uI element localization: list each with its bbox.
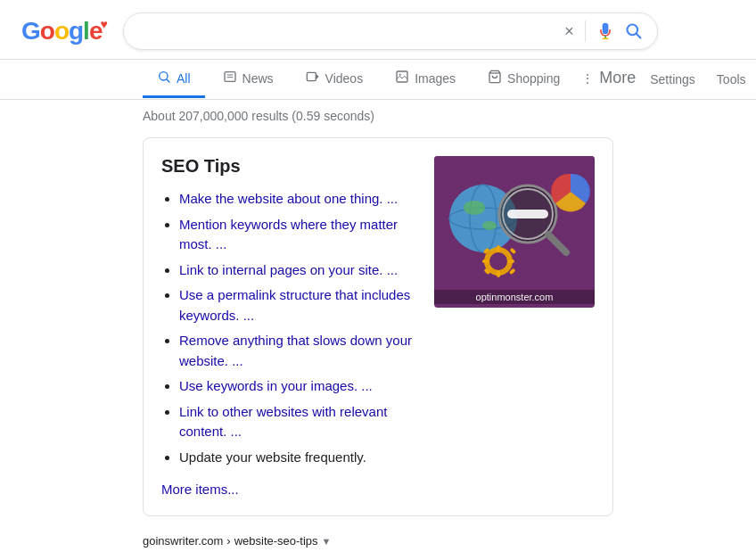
svg-line-3	[637, 34, 641, 38]
svg-rect-28	[482, 260, 489, 263]
dropdown-arrow-icon[interactable]: ▼	[322, 536, 332, 547]
snippet-content: SEO Tips Make the website about one thin…	[161, 156, 420, 498]
result-url: goinswriter.com › website-seo-tips ▼	[143, 534, 613, 548]
snippet-link-7[interactable]: Link to other websites with relevant con…	[179, 404, 387, 440]
tab-shopping-label: Shopping	[507, 71, 560, 86]
tab-more-label: More	[599, 69, 636, 87]
images-icon	[395, 70, 409, 87]
tab-images-label: Images	[415, 71, 456, 86]
list-item: Remove anything that slows down your web…	[179, 331, 420, 371]
list-item: Update your website frequently.	[179, 448, 420, 468]
tab-videos-label: Videos	[325, 71, 364, 86]
header: Google♥ seo tips ×	[0, 0, 756, 60]
snippet-link-6[interactable]: Use keywords in your images. ...	[179, 378, 373, 393]
list-item: Make the website about one thing. ...	[179, 189, 420, 210]
tab-videos[interactable]: Videos	[292, 61, 378, 98]
snippet-link-3[interactable]: Link to internal pages on your site. ...	[179, 262, 398, 277]
tab-news-label: News	[242, 71, 274, 86]
clear-button[interactable]: ×	[564, 23, 574, 39]
svg-marker-10	[316, 74, 318, 80]
search-bar: seo tips ×	[123, 12, 658, 50]
svg-rect-9	[307, 72, 316, 80]
snippet-link-5[interactable]: Remove anything that slows down your web…	[179, 333, 412, 368]
result-item: goinswriter.com › website-seo-tips ▼ 12 …	[143, 534, 613, 552]
mic-button[interactable]	[596, 22, 614, 40]
image-source-label: optinmonster.com	[434, 290, 595, 304]
svg-rect-6	[225, 72, 235, 82]
more-items-link[interactable]: More items...	[161, 482, 239, 497]
svg-rect-11	[397, 71, 407, 82]
snippet-title: SEO Tips	[161, 156, 420, 177]
svg-point-12	[399, 74, 401, 76]
result-url-base: goinswriter.com	[143, 534, 223, 548]
snippet-link-1[interactable]: Make the website about one thing. ...	[179, 191, 398, 206]
search-input[interactable]: seo tips	[138, 23, 564, 39]
svg-point-25	[489, 252, 507, 270]
list-item: Link to other websites with relevant con…	[179, 402, 420, 442]
all-icon	[157, 70, 171, 87]
snippet-link-2[interactable]: Mention keywords where they matter most.…	[179, 217, 398, 252]
snippet-illustration	[434, 156, 595, 290]
list-item: Link to internal pages on your site. ...	[179, 260, 420, 281]
results-count: About 207,000,000 results (0.59 seconds)	[143, 109, 613, 123]
mic-icon	[596, 22, 614, 40]
tab-all[interactable]: All	[143, 61, 205, 98]
results-area: About 207,000,000 results (0.59 seconds)…	[0, 100, 756, 552]
search-icons: ×	[564, 21, 643, 42]
svg-point-18	[464, 201, 485, 215]
list-item: Use a permalink structure that includes …	[179, 285, 420, 325]
list-item: Use keywords in your images. ...	[179, 376, 420, 397]
tab-news[interactable]: News	[209, 61, 288, 98]
shopping-icon	[488, 70, 502, 87]
settings-tools: Settings Tools	[643, 63, 752, 95]
tab-more[interactable]: ⋮ More	[578, 60, 639, 99]
breadcrumb-arrow: ›	[226, 534, 230, 548]
result-url-path: website-seo-tips	[234, 534, 318, 548]
search-button[interactable]	[625, 22, 643, 40]
snippet-list: Make the website about one thing. ... Me…	[161, 189, 420, 467]
svg-rect-26	[497, 245, 500, 252]
svg-rect-29	[507, 260, 514, 263]
svg-rect-27	[497, 270, 500, 277]
news-icon	[223, 70, 237, 87]
more-icon: ⋮	[581, 71, 594, 86]
google-logo: Google♥	[21, 17, 109, 45]
snippet-link-4[interactable]: Use a permalink structure that includes …	[179, 287, 410, 323]
tab-all-label: All	[177, 71, 191, 86]
snippet-image: optinmonster.com	[434, 156, 595, 308]
list-item: Mention keywords where they matter most.…	[179, 215, 420, 255]
svg-rect-23	[507, 210, 548, 218]
featured-snippet: SEO Tips Make the website about one thin…	[143, 137, 613, 516]
tools-link[interactable]: Tools	[710, 63, 753, 95]
videos-icon	[306, 70, 320, 87]
settings-link[interactable]: Settings	[643, 63, 703, 95]
svg-point-19	[482, 221, 497, 230]
tabs: All News Videos Images Shopping ⋮ More S…	[0, 60, 756, 100]
heart-icon: ♥	[100, 17, 106, 31]
snippet-item-8: Update your website frequently.	[179, 449, 366, 465]
tab-shopping[interactable]: Shopping	[473, 61, 574, 98]
divider	[585, 21, 586, 42]
search-icon	[625, 22, 643, 40]
svg-line-5	[167, 79, 169, 82]
tab-images[interactable]: Images	[381, 61, 470, 98]
